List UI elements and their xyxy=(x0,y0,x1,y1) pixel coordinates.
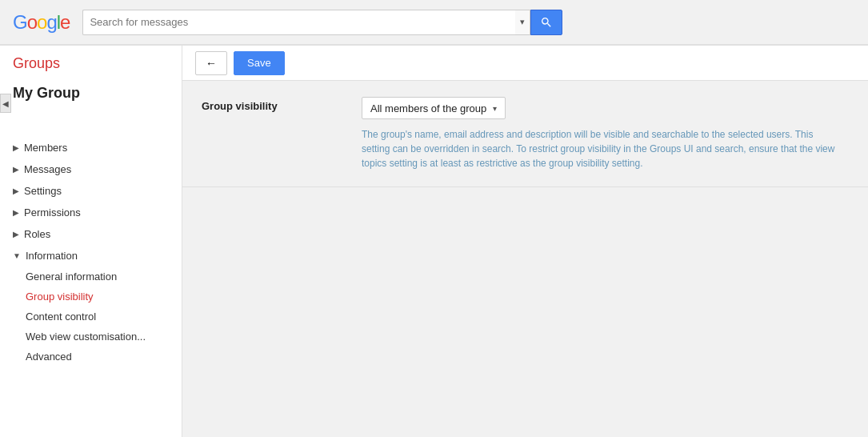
main-container: Groups My Group ▶ Members ▶ Messages ▶ S… xyxy=(0,45,868,437)
sidebar-subitem-web-view[interactable]: Web view customisation... xyxy=(0,327,182,347)
content-inner: Group visibility All members of the grou… xyxy=(182,81,868,187)
dropdown-arrow-icon: ▾ xyxy=(493,104,497,113)
arrow-icon-information: ▼ xyxy=(13,251,21,260)
arrow-icon-settings: ▶ xyxy=(13,186,19,195)
section-label-group-visibility: Group visibility xyxy=(202,97,362,112)
save-button[interactable]: Save xyxy=(234,51,285,75)
sidebar-item-messages[interactable]: ▶ Messages xyxy=(0,158,182,180)
logo-letter-g2: g xyxy=(46,11,56,34)
sidebar-subitem-general-information[interactable]: General information xyxy=(0,267,182,287)
sidebar-item-label-settings: Settings xyxy=(24,185,62,197)
group-title: My Group xyxy=(0,78,182,105)
search-icon xyxy=(540,16,553,29)
search-dropdown-btn[interactable]: ▾ xyxy=(515,10,530,35)
sidebar-item-settings[interactable]: ▶ Settings xyxy=(0,180,182,202)
group-visibility-dropdown[interactable]: All members of the group ▾ xyxy=(362,97,506,119)
sidebar: Groups My Group ▶ Members ▶ Messages ▶ S… xyxy=(0,46,182,437)
sidebar-item-label-messages: Messages xyxy=(24,163,71,175)
collapse-sidebar-button[interactable]: ◀ xyxy=(0,94,11,113)
sidebar-subitem-advanced[interactable]: Advanced xyxy=(0,347,182,367)
back-button[interactable]: ← xyxy=(195,51,227,75)
header: Google ▾ xyxy=(0,0,868,45)
group-visibility-description: The group's name, email address and desc… xyxy=(362,127,842,170)
arrow-icon-members: ▶ xyxy=(13,143,19,152)
content-area: ← Save Group visibility All members of t… xyxy=(182,46,868,437)
sidebar-subitem-content-control[interactable]: Content control xyxy=(0,307,182,327)
group-visibility-section: Group visibility All members of the grou… xyxy=(182,81,868,187)
logo-letter-g: G xyxy=(13,11,27,34)
sidebar-item-roles[interactable]: ▶ Roles xyxy=(0,223,182,245)
sidebar-item-label-members: Members xyxy=(24,142,67,154)
groups-link[interactable]: Groups xyxy=(0,46,182,78)
sidebar-item-permissions[interactable]: ▶ Permissions xyxy=(0,202,182,223)
section-content: All members of the group ▾ The group's n… xyxy=(362,97,849,170)
logo-letter-o2: o xyxy=(37,11,46,34)
logo-letter-o1: o xyxy=(27,11,37,34)
sidebar-item-label-permissions: Permissions xyxy=(24,206,81,218)
sidebar-item-members[interactable]: ▶ Members xyxy=(0,137,182,158)
toolbar: ← Save xyxy=(182,46,868,81)
arrow-icon-roles: ▶ xyxy=(13,230,19,239)
search-input[interactable] xyxy=(82,10,515,35)
arrow-icon-messages: ▶ xyxy=(13,165,19,174)
sidebar-subitem-group-visibility[interactable]: Group visibility xyxy=(0,287,182,307)
sidebar-item-label-information: Information xyxy=(26,250,78,262)
sidebar-item-information[interactable]: ▼ Information xyxy=(0,245,182,267)
dropdown-value: All members of the group xyxy=(370,102,486,114)
search-bar: ▾ xyxy=(82,10,562,35)
logo-letter-e: e xyxy=(60,11,70,34)
search-button[interactable] xyxy=(530,10,562,35)
google-logo: Google xyxy=(13,11,70,34)
arrow-icon-permissions: ▶ xyxy=(13,208,19,217)
sidebar-item-label-roles: Roles xyxy=(24,228,50,240)
